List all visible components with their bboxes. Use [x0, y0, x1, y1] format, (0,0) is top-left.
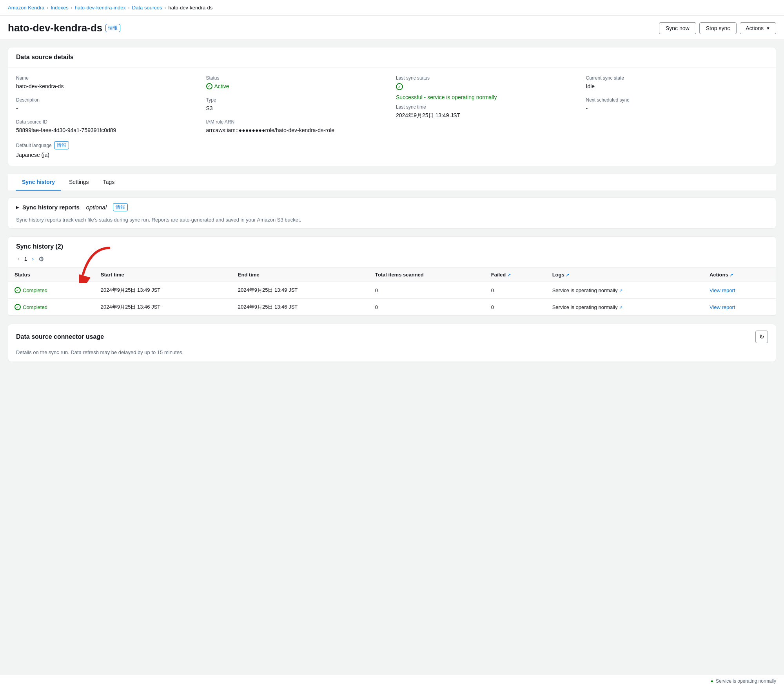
- status-active-icon: ✓: [206, 83, 212, 89]
- details-grid: Name hato-dev-kendra-ds Description - Da…: [16, 75, 768, 158]
- connector-usage-card: Data source connector usage ↻ Details on…: [8, 324, 776, 362]
- sync-history-reports-desc: Sync history reports track each file's s…: [8, 217, 776, 228]
- tabs-container: Sync history Settings Tags: [8, 174, 776, 191]
- actions-external-icon: ↗: [730, 273, 733, 277]
- sync-history-reports-title: Sync history reports – optional: [22, 204, 107, 211]
- tab-tags[interactable]: Tags: [97, 174, 121, 191]
- row1-logs-external-icon[interactable]: ↗: [619, 288, 622, 293]
- table-row: ✓ Completed 2024年9月25日 13:49 JST 2024年9月…: [8, 282, 776, 299]
- current-sync-state-label: Current sync state: [586, 75, 768, 81]
- connector-desc: Details on the sync run. Data refresh ma…: [8, 349, 776, 362]
- card-body-details: Name hato-dev-kendra-ds Description - Da…: [8, 67, 776, 166]
- breadcrumb-current: hato-dev-kendra-ds: [168, 5, 212, 11]
- current-sync-state-value: Idle: [586, 83, 768, 89]
- row2-start-time: 2024年9月25日 13:46 JST: [94, 299, 232, 316]
- default-language-info-badge[interactable]: 情報: [54, 141, 69, 149]
- sync-history-table: Status Start time End time Total items s…: [8, 267, 776, 316]
- col-actions: Actions ↗: [703, 268, 776, 282]
- chevron-down-icon: ▼: [766, 26, 770, 31]
- breadcrumb-amazon-kendra[interactable]: Amazon Kendra: [8, 5, 44, 11]
- page-title: hato-dev-kendra-ds: [8, 22, 102, 34]
- card-header-details: Data source details: [8, 47, 776, 67]
- status-value: ✓ Active: [206, 83, 388, 89]
- refresh-button[interactable]: ↻: [755, 331, 768, 343]
- row1-view-report-link[interactable]: View report: [710, 287, 735, 293]
- detail-status: Status ✓ Active: [206, 75, 388, 89]
- next-page-button[interactable]: ›: [30, 255, 35, 263]
- header-actions: Sync now Stop sync Actions ▼: [659, 22, 776, 34]
- detail-iam-role: IAM role ARN arn:aws:iam::●●●●●●●●role/h…: [206, 119, 388, 133]
- actions-button[interactable]: Actions ▼: [740, 22, 776, 34]
- detail-type: Type S3: [206, 97, 388, 111]
- detail-current-sync-state: Current sync state Idle: [586, 75, 768, 89]
- iam-role-value: arn:aws:iam::●●●●●●●●role/hato-dev-kendr…: [206, 127, 388, 133]
- datasource-id-label: Data source ID: [16, 119, 198, 125]
- sync-history-title: Sync history: [16, 243, 54, 250]
- breadcrumb-data-sources[interactable]: Data sources: [132, 5, 162, 11]
- next-scheduled-sync-label: Next scheduled sync: [586, 97, 768, 103]
- description-value: -: [16, 105, 198, 111]
- row2-total-items: 0: [369, 299, 485, 316]
- detail-last-sync-status: Last sync status ✓ Successful - service …: [396, 75, 578, 100]
- settings-icon[interactable]: ⚙: [38, 255, 44, 263]
- sync-reports-info-badge[interactable]: 情報: [113, 203, 128, 211]
- row2-logs: Service is operating normally ↗: [546, 299, 703, 316]
- default-language-value: Japanese (ja): [16, 152, 198, 158]
- sync-history-reports-header[interactable]: ▶ Sync history reports – optional 情報: [8, 198, 776, 217]
- name-value: hato-dev-kendra-ds: [16, 83, 198, 89]
- table-row: ✓ Completed 2024年9月25日 13:46 JST 2024年9月…: [8, 299, 776, 316]
- actions-label: Actions: [746, 25, 764, 31]
- row1-total-items: 0: [369, 282, 485, 299]
- row2-logs-external-icon[interactable]: ↗: [619, 305, 622, 310]
- row2-end-time: 2024年9月25日 13:46 JST: [232, 299, 369, 316]
- detail-description: Description -: [16, 97, 198, 111]
- optional-label: – optional: [81, 204, 107, 211]
- row1-start-time: 2024年9月25日 13:49 JST: [94, 282, 232, 299]
- prev-page-button[interactable]: ‹: [16, 255, 21, 263]
- main-content: Data source details Name hato-dev-kendra…: [0, 39, 784, 378]
- stop-sync-button[interactable]: Stop sync: [699, 22, 737, 34]
- row1-action: View report: [703, 282, 776, 299]
- breadcrumb-sep-3: ›: [128, 5, 130, 11]
- iam-role-label: IAM role ARN: [206, 119, 388, 125]
- completed-status-1: ✓ Completed: [15, 287, 88, 293]
- detail-last-sync-time: Last sync time 2024年9月25日 13:49 JST: [396, 104, 578, 119]
- status-bar: ● Service is operating normally: [0, 675, 784, 687]
- default-language-label: Default language: [16, 143, 52, 148]
- tab-settings[interactable]: Settings: [63, 174, 95, 191]
- connector-header: Data source connector usage ↻: [8, 324, 776, 349]
- row1-end-time: 2024年9月25日 13:49 JST: [232, 282, 369, 299]
- breadcrumb-indexes[interactable]: Indexes: [51, 5, 69, 11]
- row1-status: ✓ Completed: [8, 282, 94, 299]
- status-ok-icon: ●: [711, 678, 713, 684]
- row2-failed: 0: [485, 299, 546, 316]
- col-total-items: Total items scanned: [369, 268, 485, 282]
- sync-history-count: (2): [55, 243, 63, 250]
- col-logs: Logs ↗: [546, 268, 703, 282]
- completed-icon-1: ✓: [15, 287, 21, 293]
- sync-history-reports-card: ▶ Sync history reports – optional 情報 Syn…: [8, 197, 776, 229]
- col-failed: Failed ↗: [485, 268, 546, 282]
- pagination-row: ‹ 1 › ⚙: [8, 253, 776, 267]
- row1-failed: 0: [485, 282, 546, 299]
- sync-history-title-area: Sync history (2): [8, 237, 776, 253]
- completed-status-2: ✓ Completed: [15, 304, 88, 310]
- col-start-time: Start time: [94, 268, 232, 282]
- tab-sync-history[interactable]: Sync history: [16, 174, 61, 191]
- col-end-time: End time: [232, 268, 369, 282]
- completed-icon-2: ✓: [15, 304, 21, 310]
- breadcrumb-index[interactable]: hato-dev-kendra-index: [75, 5, 126, 11]
- status-bar-text: Service is operating normally: [716, 678, 776, 684]
- row2-view-report-link[interactable]: View report: [710, 304, 735, 310]
- collapse-triangle-icon: ▶: [16, 205, 19, 209]
- last-sync-check-icon: ✓: [396, 83, 403, 90]
- info-badge-title[interactable]: 情報: [105, 24, 120, 32]
- sync-history-table-wrapper: Status Start time End time Total items s…: [8, 267, 776, 316]
- logs-external-icon: ↗: [566, 273, 569, 277]
- breadcrumb-sep-1: ›: [47, 5, 48, 11]
- data-source-details-card: Data source details Name hato-dev-kendra…: [8, 47, 776, 166]
- page-header: hato-dev-kendra-ds 情報 Sync now Stop sync…: [0, 16, 784, 39]
- sync-now-button[interactable]: Sync now: [659, 22, 696, 34]
- next-scheduled-sync-value: -: [586, 105, 768, 111]
- datasource-id-value: 58899fae-faee-4d30-94a1-759391fc0d89: [16, 127, 198, 133]
